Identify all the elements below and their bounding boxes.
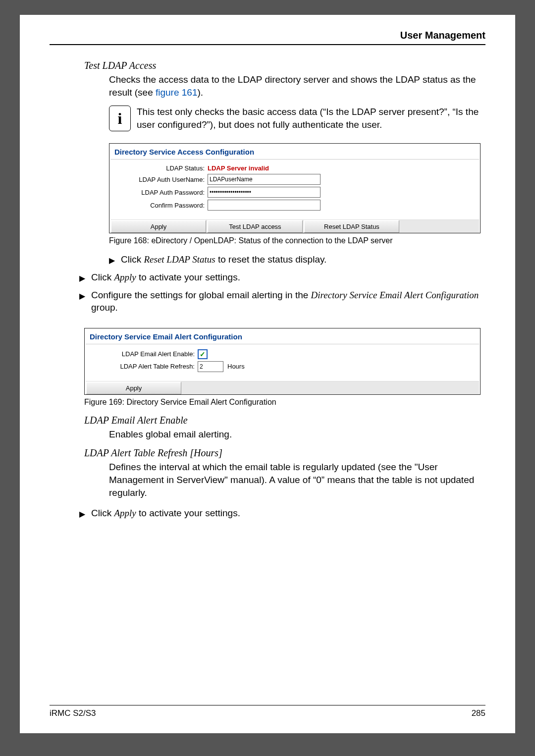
apply-button[interactable]: Apply — [110, 220, 206, 233]
bullet-arrow-icon: ▶ — [109, 255, 115, 266]
panel2-body: LDAP Email Alert Enable: ✓ LDAP Alert Ta… — [86, 344, 479, 377]
footer-page-number: 285 — [472, 708, 485, 718]
confirm-password-input[interactable] — [208, 200, 321, 211]
alert-refresh-unit: Hours — [227, 363, 245, 370]
reset-ldap-status-button[interactable]: Reset LDAP Status — [304, 220, 399, 233]
page: User Management Test LDAP Access Checks … — [20, 15, 515, 733]
info-text: This test only checks the basic access d… — [137, 106, 481, 131]
panel1-title: Directory Service Access Configuration — [110, 145, 479, 160]
def-b-term: LDAP Alert Table Refresh [Hours] — [84, 447, 485, 459]
apply-button[interactable]: Apply — [86, 381, 181, 394]
ldap-status-row: LDAP Status: LDAP Server invalid — [115, 164, 474, 172]
ldap-status-value: LDAP Server invalid — [208, 164, 269, 172]
ldap-username-label: LDAP Auth UserName: — [115, 176, 208, 183]
em: Reset LDAP Status — [144, 254, 215, 265]
alert-refresh-row: LDAP Alert Table Refresh: Hours — [91, 361, 474, 372]
def-a-term: LDAP Email Alert Enable — [84, 415, 485, 426]
bullet-configure-email: ▶ Configure the settings for global emai… — [79, 289, 485, 314]
test-ldap-access-button[interactable]: Test LDAP access — [207, 220, 303, 233]
text: ). — [198, 87, 204, 98]
bullet-arrow-icon: ▶ — [79, 291, 85, 302]
email-alert-enable-label: LDAP Email Alert Enable: — [91, 350, 198, 358]
confirm-password-label: Confirm Password: — [115, 202, 208, 209]
bullet-apply-1: ▶ Click Apply to activate your settings. — [79, 271, 485, 284]
em: Directory Service Email Alert Configurat… — [311, 290, 479, 300]
bullet-reset-status: ▶ Click Reset LDAP Status to reset the s… — [109, 253, 485, 266]
footer-left: iRMC S2/S3 — [50, 708, 96, 718]
text: Click — [121, 254, 144, 265]
text: to reset the status display. — [215, 254, 327, 265]
email-alert-enable-checkbox[interactable]: ✓ — [198, 349, 208, 359]
panel1-body: LDAP Status: LDAP Server invalid LDAP Au… — [110, 160, 479, 216]
directory-access-panel: Directory Service Access Configuration L… — [109, 143, 481, 233]
figure-169-caption: Figure 169: Directory Service Email Aler… — [84, 398, 485, 407]
def-b-desc: Defines the interval at which the email … — [109, 461, 481, 499]
em: Apply — [114, 272, 136, 282]
header-title: User Management — [400, 30, 485, 41]
email-alert-panel: Directory Service Email Alert Configurat… — [84, 328, 481, 395]
em: Apply — [114, 508, 136, 518]
alert-refresh-label: LDAP Alert Table Refresh: — [91, 363, 198, 370]
ldap-password-input[interactable] — [208, 187, 321, 198]
email-alert-enable-row: LDAP Email Alert Enable: ✓ — [91, 349, 474, 359]
confirm-password-row: Confirm Password: — [115, 200, 474, 211]
panel2-title: Directory Service Email Alert Configurat… — [86, 329, 479, 344]
text: to activate your settings. — [136, 508, 240, 518]
bullet-apply-2: ▶ Click Apply to activate your settings. — [79, 507, 485, 520]
section-a-paragraph: Checks the access data to the LDAP direc… — [109, 73, 481, 99]
ldap-username-row: LDAP Auth UserName: — [115, 174, 474, 185]
text: Click — [91, 508, 114, 518]
def-a-desc: Enables global email alerting. — [109, 428, 481, 441]
panel1-button-row: Apply Test LDAP access Reset LDAP Status — [110, 219, 479, 233]
ldap-username-input[interactable] — [208, 174, 321, 185]
figure-168-caption: Figure 168: eDirectory / OpenLDAP: Statu… — [109, 236, 485, 245]
text: to activate your settings. — [136, 272, 240, 282]
info-note: i This test only checks the basic access… — [109, 106, 485, 131]
ldap-password-row: LDAP Auth Password: — [115, 187, 474, 198]
bullet-arrow-icon: ▶ — [79, 273, 85, 284]
ldap-status-label: LDAP Status: — [115, 164, 208, 172]
text: Configure the settings for global email … — [91, 290, 311, 300]
bullet-arrow-icon: ▶ — [79, 509, 85, 520]
panel2-button-row: Apply — [86, 381, 479, 394]
ldap-password-label: LDAP Auth Password: — [115, 189, 208, 196]
section-title-test-ldap: Test LDAP Access — [84, 60, 485, 71]
page-footer: iRMC S2/S3 285 — [50, 705, 485, 718]
alert-refresh-input[interactable] — [198, 361, 223, 372]
figure-link-161[interactable]: figure 161 — [156, 87, 198, 98]
text: Click — [91, 272, 114, 282]
info-icon: i — [109, 106, 131, 131]
text: group. — [91, 302, 118, 313]
page-header: User Management — [50, 30, 485, 45]
